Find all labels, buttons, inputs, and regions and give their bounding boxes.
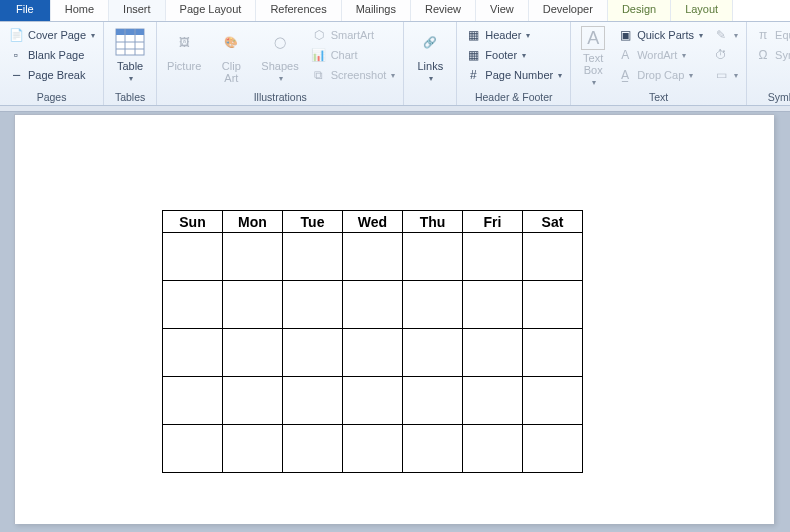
group-symbols: πEquation ΩSymbol▾ Symbols xyxy=(747,22,790,105)
document-page[interactable]: Sun Mon Tue Wed Thu Fri Sat xyxy=(14,114,774,524)
dropdown-icon: ▾ xyxy=(689,71,693,80)
calendar-header-cell[interactable]: Thu xyxy=(403,211,463,233)
calendar-header-cell[interactable]: Sun xyxy=(163,211,223,233)
chart-button[interactable]: 📊Chart xyxy=(309,46,398,64)
calendar-cell[interactable] xyxy=(523,377,583,425)
calendar-cell[interactable] xyxy=(403,377,463,425)
calendar-cell[interactable] xyxy=(403,233,463,281)
dropdown-icon: ▾ xyxy=(129,74,133,83)
table-button[interactable]: Table▾ xyxy=(110,26,150,83)
picture-button[interactable]: 🖼Picture xyxy=(163,26,205,72)
calendar-cell[interactable] xyxy=(523,329,583,377)
cover-page-button[interactable]: 📄Cover Page▾ xyxy=(6,26,97,44)
screenshot-button[interactable]: ⧉Screenshot▾ xyxy=(309,66,398,84)
calendar-cell[interactable] xyxy=(223,329,283,377)
calendar-cell[interactable] xyxy=(163,377,223,425)
calendar-cell[interactable] xyxy=(223,233,283,281)
group-illustrations-label: Illustrations xyxy=(163,90,397,104)
group-links: 🔗Links▾ xyxy=(404,22,457,105)
drop-cap-label: Drop Cap xyxy=(637,69,684,81)
blank-page-button[interactable]: ▫Blank Page xyxy=(6,46,97,64)
links-button[interactable]: 🔗Links▾ xyxy=(410,26,450,83)
tab-home[interactable]: Home xyxy=(51,0,109,21)
object-button[interactable]: ▭▾ xyxy=(711,66,740,84)
calendar-cell[interactable] xyxy=(163,425,223,473)
calendar-header-cell[interactable]: Tue xyxy=(283,211,343,233)
tab-references[interactable]: References xyxy=(256,0,341,21)
calendar-cell[interactable] xyxy=(343,281,403,329)
footer-button[interactable]: ▦Footer▾ xyxy=(463,46,564,64)
drop-cap-button[interactable]: A̲Drop Cap▾ xyxy=(615,66,705,84)
calendar-cell[interactable] xyxy=(283,281,343,329)
calendar-header-cell[interactable]: Fri xyxy=(463,211,523,233)
calendar-cell[interactable] xyxy=(163,281,223,329)
shapes-button[interactable]: ◯Shapes▾ xyxy=(257,26,302,83)
calendar-header-cell[interactable]: Wed xyxy=(343,211,403,233)
smartart-label: SmartArt xyxy=(331,29,374,41)
chart-label: Chart xyxy=(331,49,358,61)
calendar-cell[interactable] xyxy=(463,281,523,329)
header-button[interactable]: ▦Header▾ xyxy=(463,26,564,44)
calendar-cell[interactable] xyxy=(403,281,463,329)
page-number-button[interactable]: #Page Number▾ xyxy=(463,66,564,84)
group-links-label xyxy=(410,102,450,104)
footer-label: Footer xyxy=(485,49,517,61)
quick-parts-icon: ▣ xyxy=(617,27,633,43)
calendar-table[interactable]: Sun Mon Tue Wed Thu Fri Sat xyxy=(162,210,583,473)
dropdown-icon: ▾ xyxy=(391,71,395,80)
calendar-cell[interactable] xyxy=(343,425,403,473)
wordart-button[interactable]: AWordArt▾ xyxy=(615,46,705,64)
tab-design[interactable]: Design xyxy=(608,0,671,21)
tab-file[interactable]: File xyxy=(0,0,51,21)
calendar-cell[interactable] xyxy=(523,281,583,329)
dropdown-icon: ▾ xyxy=(734,31,738,40)
signature-line-button[interactable]: ✎▾ xyxy=(711,26,740,44)
calendar-cell[interactable] xyxy=(223,425,283,473)
picture-icon: 🖼 xyxy=(168,26,200,58)
tab-view[interactable]: View xyxy=(476,0,529,21)
calendar-cell[interactable] xyxy=(403,425,463,473)
calendar-cell[interactable] xyxy=(463,425,523,473)
calendar-cell[interactable] xyxy=(283,425,343,473)
equation-label: Equation xyxy=(775,29,790,41)
calendar-row xyxy=(163,377,583,425)
calendar-cell[interactable] xyxy=(403,329,463,377)
object-icon: ▭ xyxy=(713,67,729,83)
smartart-button[interactable]: ⬡SmartArt xyxy=(309,26,398,44)
tab-review[interactable]: Review xyxy=(411,0,476,21)
quick-parts-button[interactable]: ▣Quick Parts▾ xyxy=(615,26,705,44)
text-box-button[interactable]: AText Box▾ xyxy=(577,26,609,87)
clip-art-button[interactable]: 🎨Clip Art xyxy=(211,26,251,84)
calendar-cell[interactable] xyxy=(283,377,343,425)
calendar-cell[interactable] xyxy=(463,329,523,377)
calendar-cell[interactable] xyxy=(163,329,223,377)
group-text-label: Text xyxy=(577,90,740,104)
calendar-cell[interactable] xyxy=(343,329,403,377)
calendar-cell[interactable] xyxy=(343,233,403,281)
calendar-cell[interactable] xyxy=(223,281,283,329)
date-time-button[interactable]: ⏱ xyxy=(711,46,740,64)
tab-mailings[interactable]: Mailings xyxy=(342,0,411,21)
calendar-cell[interactable] xyxy=(523,233,583,281)
screenshot-icon: ⧉ xyxy=(311,67,327,83)
calendar-cell[interactable] xyxy=(343,377,403,425)
calendar-cell[interactable] xyxy=(463,377,523,425)
calendar-cell[interactable] xyxy=(163,233,223,281)
calendar-cell[interactable] xyxy=(223,377,283,425)
calendar-cell[interactable] xyxy=(463,233,523,281)
equation-button[interactable]: πEquation xyxy=(753,26,790,44)
calendar-header-cell[interactable]: Sat xyxy=(523,211,583,233)
calendar-cell[interactable] xyxy=(283,329,343,377)
calendar-cell[interactable] xyxy=(523,425,583,473)
calendar-header-cell[interactable]: Mon xyxy=(223,211,283,233)
symbol-button[interactable]: ΩSymbol▾ xyxy=(753,46,790,64)
document-canvas: Sun Mon Tue Wed Thu Fri Sat xyxy=(0,106,790,532)
page-break-button[interactable]: ⎼Page Break xyxy=(6,66,97,84)
blank-page-label: Blank Page xyxy=(28,49,84,61)
tab-insert[interactable]: Insert xyxy=(109,0,166,21)
tab-page-layout[interactable]: Page Layout xyxy=(166,0,257,21)
tab-layout[interactable]: Layout xyxy=(671,0,733,21)
tab-developer[interactable]: Developer xyxy=(529,0,608,21)
calendar-cell[interactable] xyxy=(283,233,343,281)
group-tables-label: Tables xyxy=(110,90,150,104)
